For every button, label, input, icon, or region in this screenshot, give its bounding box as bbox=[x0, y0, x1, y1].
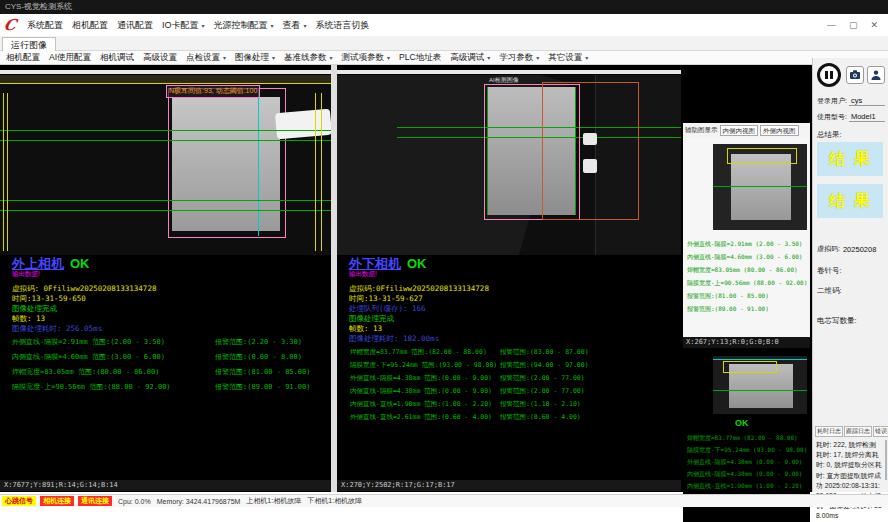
toolbar-advanced-settings[interactable]: 高级设置 bbox=[143, 52, 177, 64]
login-user-label: 登录用户: bbox=[817, 96, 847, 106]
weld-spot bbox=[583, 133, 597, 145]
baseline-green bbox=[0, 130, 331, 131]
baseline-green bbox=[0, 200, 331, 201]
main-content: N极耳间值:93, 动态阈值:100 外上相机OK 输出数据! 虚拟码: 0Ff… bbox=[0, 65, 812, 492]
toolbar-learning-params[interactable]: 学习参数 bbox=[499, 52, 533, 64]
measure-value: 焊帽宽度=83.77mm 范围:(82.00 - 88.00) bbox=[350, 348, 487, 357]
lower-camera-fault-text: 下相机1:相机故障 bbox=[307, 496, 362, 506]
pause-icon bbox=[825, 71, 828, 79]
alarm-range: 报警范围:(0.00 - 8.00) bbox=[215, 352, 302, 362]
dropdown-caret-icon: ▾ bbox=[387, 54, 390, 61]
thumb-measure-line: 内侧直线-隔膜=4.38mm (0.00 - 9.00) bbox=[687, 470, 802, 479]
measure-value: 内侧直线-直线=1.90mm 范围:(1.00 - 2.20) bbox=[350, 400, 492, 409]
menu-item-io-config[interactable]: IO卡配置 bbox=[162, 19, 199, 32]
camera-image-lower[interactable]: AI检测图像 bbox=[337, 75, 681, 255]
measure-value: 焊帽宽度=83.05mm 范围:(80.00 - 86.00) bbox=[12, 367, 159, 377]
baseline-green bbox=[0, 210, 331, 211]
alarm-range: 报警范围:(0.60 - 4.00) bbox=[500, 413, 581, 422]
titlebar: CYS-视觉检测系统 bbox=[0, 0, 888, 14]
alarm-range: 报警范围:(83.00 - 87.00) bbox=[500, 348, 589, 357]
window-title: CYS-视觉检测系统 bbox=[5, 2, 72, 11]
toolbar-camera-config[interactable]: 相机配置 bbox=[6, 52, 40, 64]
qr-code-label: 二维码: bbox=[817, 286, 842, 296]
needle-number-label: 卷针号: bbox=[817, 266, 842, 276]
menu-item-view[interactable]: 查看 bbox=[283, 19, 301, 32]
virtual-code-row: 虚拟码: 20250208 bbox=[817, 244, 885, 254]
measure-value: 外侧直线-隔膜=4.38mm 范围:(0.00 - 9.00) bbox=[350, 374, 492, 383]
menu-item-language-switch[interactable]: 系统语言切换 bbox=[316, 19, 370, 32]
menu-item-system-config[interactable]: 系统配置 bbox=[27, 19, 63, 32]
image-top-band bbox=[0, 75, 331, 83]
alarm-range: 报警范围:(81.00 - 85.00) bbox=[215, 367, 310, 377]
thumb-measure-line: 焊帽宽度=83.77mm (82.00 - 88.00) bbox=[687, 434, 798, 443]
info-process-time: 图像处理耗时: 256.05ms bbox=[12, 324, 102, 334]
toolbar-advanced-debug[interactable]: 高级调试 bbox=[450, 52, 484, 64]
close-button[interactable]: ✕ bbox=[870, 20, 878, 30]
log-scrollbar[interactable] bbox=[885, 440, 887, 480]
output-note: 输出数据! bbox=[349, 270, 377, 279]
tab-run-image[interactable]: 运行图像 bbox=[2, 37, 56, 52]
white-clip-part bbox=[275, 109, 331, 140]
thumbnail-header: 辅助图显示 内侧内视图 外侧内视图 bbox=[683, 123, 810, 138]
weld-spot bbox=[583, 159, 597, 173]
measure-value: 内侧直线-隔膜=4.38mm 范围:(0.00 - 9.00) bbox=[350, 387, 492, 396]
toolbar-test-params[interactable]: 测试项参数 bbox=[342, 52, 385, 64]
login-user-value: cys bbox=[849, 96, 885, 106]
toolbar-plc-table[interactable]: PLC地址表 bbox=[399, 52, 441, 64]
dropdown-caret-icon: ▾ bbox=[585, 54, 588, 61]
cell-write-count-label: 电芯写数量: bbox=[817, 316, 857, 326]
toolbar-image-processing[interactable]: 图像处理 bbox=[235, 52, 269, 64]
user-tool-button[interactable] bbox=[867, 66, 885, 84]
pause-button[interactable] bbox=[817, 63, 841, 87]
thumb-view-button-inner[interactable]: 内侧内视图 bbox=[720, 125, 759, 136]
alarm-range: 报警范围:(2.20 - 3.30) bbox=[215, 337, 302, 347]
heartbeat-status-badge: 心跳信号 bbox=[2, 496, 36, 506]
thumb-measure-line: 报警范围:(89.00 - 91.00) bbox=[687, 305, 769, 314]
dropdown-caret-icon: ▾ bbox=[536, 54, 539, 61]
info-process-done: 图像处理完成 bbox=[12, 304, 57, 314]
toolbar-spot-check[interactable]: 点检设置 bbox=[186, 52, 220, 64]
log-tab-error[interactable]: 错误日志 bbox=[873, 426, 888, 437]
roi-box-yellow bbox=[727, 148, 797, 164]
menu-item-light-config[interactable]: 光源控制配置 bbox=[213, 19, 267, 32]
measure-value: 外侧直线-直线=2.61mm 范围:(0.60 - 4.00) bbox=[350, 413, 492, 422]
tab-strip: 运行图像 bbox=[0, 36, 888, 51]
toolbar-other-settings[interactable]: 其它设置 bbox=[548, 52, 582, 64]
sidebar: 登录用户: cys 使用型号: Model1 总结果: 结果 结果 虚拟码: 2… bbox=[812, 58, 888, 492]
menu-item-comm-config[interactable]: 通讯配置 bbox=[117, 19, 153, 32]
baseline-green bbox=[713, 390, 807, 391]
log-tab-trace[interactable]: 跟踪日志 bbox=[844, 426, 872, 437]
thumb-measure-line: 焊帽宽度=83.05mm (80.00 - 86.00) bbox=[687, 266, 798, 275]
alarm-range: 报警范围:(1.10 - 2.10) bbox=[500, 400, 581, 409]
yellow-reference-line bbox=[0, 83, 331, 84]
cpu-usage-text: Cpu: 0.0% bbox=[118, 498, 151, 505]
menu-item-camera-config[interactable]: 相机配置 bbox=[72, 19, 108, 32]
thumb-view-button-outer[interactable]: 外侧内视图 bbox=[760, 125, 799, 136]
alarm-range: 报警范围:(89.00 - 91.00) bbox=[215, 382, 310, 392]
log-tab-time[interactable]: 耗时日志 bbox=[815, 426, 843, 437]
measure-value: 内侧直线-隔膜=4.60mm 范围:(3.00 - 6.00) bbox=[12, 352, 165, 362]
toolbar-camera-debug[interactable]: 相机调试 bbox=[100, 52, 134, 64]
toolbar-ai-config[interactable]: AI使用配置 bbox=[49, 52, 91, 64]
log-tab-strip: 耗时日志 跟踪日志 错误日志 bbox=[815, 426, 888, 437]
log-text: 耗时: 222, 脱焊检测耗时: 17, 脱焊分离耗时: 0, 脱焊提取分区耗时… bbox=[816, 440, 882, 522]
dropdown-caret-icon: ▾ bbox=[201, 22, 204, 29]
thumbnail-image-top[interactable] bbox=[713, 144, 807, 230]
roi-box-yellow bbox=[723, 361, 777, 373]
camera-image-upper[interactable]: N极耳间值:93, 动态阈值:100 bbox=[0, 75, 331, 255]
result-ok-badge: OK bbox=[407, 256, 427, 271]
maximize-button[interactable]: ▢ bbox=[849, 20, 858, 30]
window-controls: — ▢ ✕ bbox=[827, 20, 878, 30]
comm-link-status-badge: 通讯连接 bbox=[78, 496, 112, 506]
thumbnail-image-bottom[interactable] bbox=[713, 356, 807, 414]
thumb-measure-line: 内侧直线-隔膜=4.60mm (3.00 - 6.00) bbox=[687, 253, 802, 262]
toolbar-baseline-params[interactable]: 基准线参数 bbox=[284, 52, 327, 64]
result-ok-badge: OK bbox=[70, 256, 90, 271]
dropdown-caret-icon: ▾ bbox=[272, 54, 275, 61]
result-display-upper: 结果 bbox=[817, 142, 883, 176]
minimize-button[interactable]: — bbox=[827, 20, 836, 30]
cyan-edge-line bbox=[713, 359, 807, 360]
yellow-edge-line bbox=[321, 93, 322, 251]
camera-tool-button[interactable] bbox=[846, 66, 864, 84]
total-result-label: 总结果: bbox=[817, 130, 842, 140]
